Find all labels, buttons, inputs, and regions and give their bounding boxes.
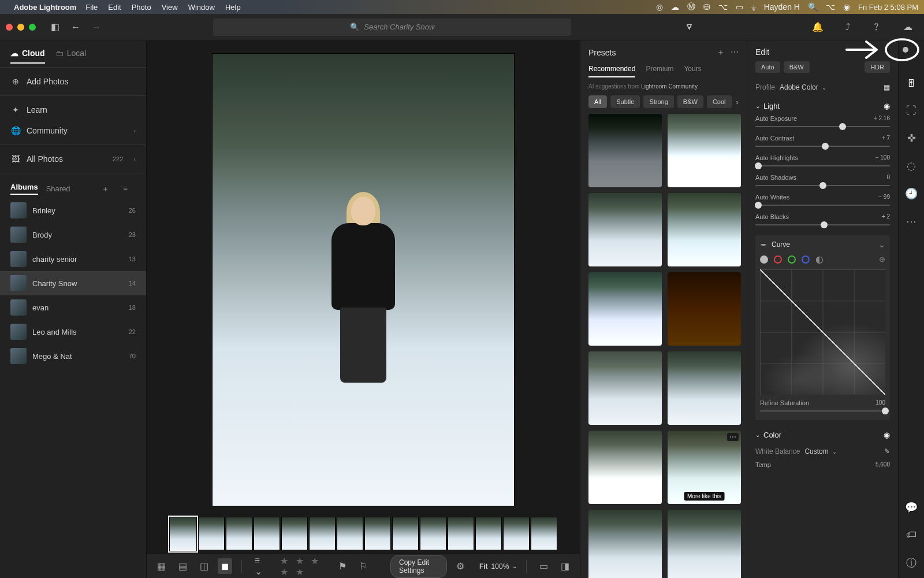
flag-pick-icon[interactable]: ⚑ bbox=[335, 558, 350, 574]
nav-forward-icon[interactable]: → bbox=[92, 22, 101, 32]
filmstrip-thumb[interactable] bbox=[337, 517, 363, 550]
battery-icon[interactable]: ▭ bbox=[736, 2, 743, 12]
sidebar-community[interactable]: 🌐 Community ‹ bbox=[0, 120, 146, 141]
more-options-icon[interactable]: ⋯ bbox=[731, 47, 739, 58]
settings-gear-icon[interactable]: ⚙ bbox=[453, 558, 468, 574]
preset-more-icon[interactable]: ⋯ bbox=[727, 433, 739, 441]
chip-subtle[interactable]: Subtle bbox=[610, 95, 640, 108]
profile-browser-icon[interactable]: ▦ bbox=[884, 83, 890, 91]
help-icon[interactable]: ﹖ bbox=[872, 21, 881, 33]
color-section-header[interactable]: ⌄ Color ◉ bbox=[747, 425, 898, 443]
shared-tab[interactable]: Shared bbox=[46, 184, 70, 193]
light-section-header[interactable]: ⌄ Light ◉ bbox=[747, 96, 898, 114]
filmstrip-thumb[interactable] bbox=[392, 517, 419, 550]
curve-channel-luminance[interactable]: ◐ bbox=[815, 254, 824, 265]
curve-channel-green[interactable] bbox=[788, 255, 796, 264]
slider[interactable] bbox=[755, 201, 890, 210]
filmstrip-thumb[interactable] bbox=[254, 517, 280, 550]
bw-button[interactable]: B&W bbox=[784, 61, 810, 73]
tab-local[interactable]: 🗀 Local bbox=[55, 49, 86, 64]
album-item[interactable]: evan18 bbox=[0, 295, 146, 320]
preset-thumb[interactable] bbox=[668, 272, 741, 346]
preset-thumb[interactable] bbox=[588, 193, 662, 266]
grid-small-icon[interactable]: ▦ bbox=[154, 558, 169, 574]
notifications-icon[interactable]: 🔔 bbox=[812, 21, 824, 32]
keywords-icon[interactable]: 🏷 bbox=[906, 529, 916, 541]
user-name[interactable]: Hayden H bbox=[764, 2, 800, 12]
auto-button[interactable]: Auto bbox=[755, 61, 780, 73]
filmstrip-thumb[interactable] bbox=[198, 517, 225, 550]
presets-tab-recommended[interactable]: Recommended bbox=[588, 65, 635, 77]
slider[interactable] bbox=[755, 142, 890, 151]
filmstrip-thumb[interactable] bbox=[309, 517, 336, 550]
fit-label[interactable]: Fit bbox=[479, 562, 488, 570]
presets-tab-premium[interactable]: Premium bbox=[646, 65, 673, 77]
rating-stars[interactable]: ★ ★ ★ ★ ★ bbox=[280, 555, 329, 577]
comments-icon[interactable]: 💬 bbox=[905, 501, 918, 514]
filmstrip-thumb[interactable] bbox=[226, 517, 252, 550]
album-item[interactable]: Mego & Nat70 bbox=[0, 344, 146, 368]
nav-back-icon[interactable]: ← bbox=[71, 22, 80, 32]
menu-view[interactable]: View bbox=[162, 3, 178, 12]
menu-edit[interactable]: Edit bbox=[108, 3, 121, 12]
sort-icon[interactable]: ≡ ⌄ bbox=[251, 553, 269, 578]
spotlight-icon[interactable]: 🔍 bbox=[808, 2, 818, 12]
sort-albums-icon[interactable]: ≡ bbox=[123, 184, 128, 194]
album-item[interactable]: Leo and Mills22 bbox=[0, 320, 146, 344]
filmstrip-thumb[interactable] bbox=[448, 517, 474, 550]
filmstrip-toggle-icon[interactable]: ▭ bbox=[536, 558, 552, 574]
chip-bw[interactable]: B&W bbox=[677, 95, 703, 108]
lightroom-community-link[interactable]: Lightroom Community bbox=[641, 83, 698, 90]
window-zoom-icon[interactable] bbox=[29, 24, 36, 31]
preset-thumb[interactable] bbox=[588, 431, 662, 504]
status-icon-4[interactable]: ⛁ bbox=[703, 2, 710, 12]
menu-help[interactable]: Help bbox=[225, 3, 241, 12]
album-item[interactable]: charity senior13 bbox=[0, 247, 146, 271]
versions-icon[interactable]: 🕘 bbox=[905, 187, 918, 200]
eyedropper-icon[interactable]: ✎ bbox=[884, 447, 890, 455]
preset-thumb[interactable] bbox=[668, 114, 741, 187]
more-tools-icon[interactable]: ⋯ bbox=[906, 215, 916, 228]
refine-saturation-slider[interactable] bbox=[760, 406, 885, 416]
info-icon[interactable]: ⓘ bbox=[906, 556, 916, 570]
search-input[interactable]: 🔍 Search Charity Snow bbox=[213, 18, 571, 36]
sidebar-learn[interactable]: ✦ Learn bbox=[0, 99, 146, 120]
preset-thumb[interactable] bbox=[668, 510, 741, 578]
crop-tool-icon[interactable]: ⛶ bbox=[906, 105, 916, 117]
slider[interactable] bbox=[755, 220, 890, 229]
presets-tab-yours[interactable]: Yours bbox=[684, 65, 701, 77]
menu-photo[interactable]: Photo bbox=[132, 3, 151, 12]
preset-thumb[interactable] bbox=[588, 114, 662, 187]
tone-curve[interactable] bbox=[760, 269, 885, 395]
bluetooth-icon[interactable]: ⌥ bbox=[718, 2, 728, 12]
slider[interactable] bbox=[755, 181, 890, 190]
menu-file[interactable]: File bbox=[85, 3, 98, 12]
album-item[interactable]: Brinley26 bbox=[0, 198, 146, 223]
status-icon-2[interactable]: ☁ bbox=[671, 2, 679, 12]
filter-icon[interactable]: ⛛ bbox=[685, 22, 694, 32]
preset-thumb[interactable] bbox=[588, 510, 662, 578]
edit-tool-icon[interactable]: 🎚 bbox=[906, 77, 916, 90]
wifi-icon[interactable]: ⏚ bbox=[751, 2, 756, 12]
curve-channel-blue[interactable] bbox=[802, 255, 810, 264]
sidebar-all-photos[interactable]: 🖼 All Photos 222 ‹ bbox=[0, 149, 146, 169]
chip-all[interactable]: All bbox=[588, 95, 607, 108]
curve-channel-red[interactable] bbox=[774, 255, 782, 264]
preset-thumb[interactable] bbox=[668, 351, 741, 425]
hdr-button[interactable]: HDR bbox=[865, 61, 890, 73]
albums-tab[interactable]: Albums bbox=[10, 183, 38, 195]
filmstrip-thumb[interactable] bbox=[420, 517, 446, 550]
preset-thumb[interactable] bbox=[588, 272, 662, 346]
status-icon-3[interactable]: Ⓜ bbox=[687, 2, 695, 12]
window-minimize-icon[interactable] bbox=[17, 24, 24, 31]
preset-thumb[interactable] bbox=[588, 351, 662, 425]
visibility-icon[interactable]: ◉ bbox=[884, 102, 890, 110]
app-name[interactable]: Adobe Lightroom bbox=[14, 3, 76, 12]
menu-window[interactable]: Window bbox=[188, 3, 215, 12]
flag-reject-icon[interactable]: ⚐ bbox=[356, 558, 371, 574]
chips-scroll-right-icon[interactable]: › bbox=[735, 98, 740, 106]
album-item[interactable]: Charity Snow14 bbox=[0, 271, 146, 295]
main-photo[interactable] bbox=[213, 54, 514, 506]
control-center-icon[interactable]: ⌥ bbox=[826, 2, 835, 12]
share-icon[interactable]: ⤴ bbox=[845, 22, 850, 32]
